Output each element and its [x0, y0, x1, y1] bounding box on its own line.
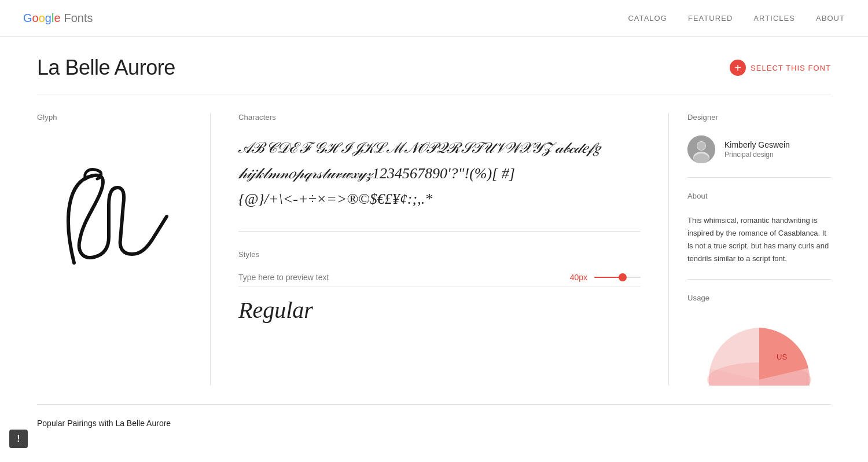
- chars-line3: {@}/+\<-+÷×=>®©$€£¥¢:;,.*: [238, 186, 641, 212]
- chars-line2: 𝒽𝒾𝒿𝓀𝓁𝓂𝓃𝑜𝓅𝓆𝓇𝓈𝓉𝓊𝓋𝓌𝓍𝓎𝓏1234567890'?"!(%)[ #]: [238, 161, 641, 186]
- nav-articles[interactable]: ARTICLES: [753, 12, 795, 25]
- svg-point-3: [697, 142, 705, 150]
- logo[interactable]: Google Fonts: [23, 12, 93, 25]
- designer-section: Designer Kimberly: [687, 113, 831, 163]
- designer-label: Designer: [687, 113, 831, 122]
- fonts-wordmark: Fonts: [64, 12, 93, 25]
- right-panel: Designer Kimberly: [669, 113, 831, 386]
- glyph-panel: Glyph: [37, 113, 211, 386]
- font-title: La Belle Aurore: [37, 56, 175, 80]
- characters-display: 𝒜ℬ𝒞𝒟ℰℱ𝒢ℋℐ𝒥𝒦ℒℳ𝒩𝒪𝒫𝒬ℛ𝒮𝒯𝒰𝒱𝒲𝒳𝒴𝒵 𝒶𝒷𝒸𝒹𝑒𝒻𝑔 𝒽𝒾𝒿𝓀𝓁…: [238, 135, 641, 212]
- plus-circle-icon: +: [730, 60, 746, 76]
- size-control: 40px: [570, 273, 641, 282]
- select-font-label: SELECT THIS FONT: [751, 64, 831, 72]
- chars-line1: 𝒜ℬ𝒞𝒟ℰℱ𝒢ℋℐ𝒥𝒦ℒℳ𝒩𝒪𝒫𝒬ℛ𝒮𝒯𝒰𝒱𝒲𝒳𝒴𝒵 𝒶𝒷𝒸𝒹𝑒𝒻𝑔: [238, 135, 641, 161]
- nav-featured[interactable]: FEATURED: [688, 12, 733, 25]
- avatar-svg: [687, 135, 715, 163]
- glyph-display: [37, 135, 192, 298]
- about-label: About: [687, 192, 831, 200]
- glyph-label: Glyph: [37, 113, 192, 122]
- about-section: About This whimsical, romantic handwriti…: [687, 177, 831, 265]
- svg-text:US: US: [777, 353, 787, 361]
- select-font-button[interactable]: + SELECT THIS FONT: [730, 60, 831, 76]
- divider-1: [238, 231, 641, 232]
- google-wordmark: Google: [23, 12, 61, 25]
- usage-pie-chart: US: [701, 316, 817, 386]
- feedback-button[interactable]: !: [9, 430, 28, 442]
- size-slider-track: [594, 277, 641, 278]
- preview-input[interactable]: [238, 273, 570, 282]
- designer-info: Kimberly Geswein Principal design: [687, 135, 831, 163]
- nav-about[interactable]: ABOUT: [816, 12, 845, 25]
- feedback-icon: !: [17, 434, 20, 442]
- content-layout: Glyph Characters 𝒜ℬ𝒞𝒟ℰℱ𝒢ℋℐ𝒥𝒦ℒℳ𝒩𝒪𝒫𝒬ℛ𝒮𝒯𝒰𝒱𝒲…: [37, 94, 831, 386]
- characters-section: Characters 𝒜ℬ𝒞𝒟ℰℱ𝒢ℋℐ𝒥𝒦ℒℳ𝒩𝒪𝒫𝒬ℛ𝒮𝒯𝒰𝒱𝒲𝒳𝒴𝒵 𝒶𝒷…: [238, 113, 641, 212]
- usage-label: Usage: [687, 294, 831, 302]
- designer-avatar: [687, 135, 715, 163]
- glyph-svg: [51, 159, 178, 274]
- preview-row: 40px: [238, 273, 641, 287]
- designer-details: Kimberly Geswein Principal design: [724, 140, 790, 159]
- styles-label: Styles: [238, 250, 641, 259]
- size-value: 40px: [570, 273, 587, 282]
- styles-section: Styles 40px Regular: [238, 250, 641, 324]
- main-nav: CATALOG FEATURED ARTICLES ABOUT: [628, 12, 845, 25]
- header: Google Fonts CATALOG FEATURED ARTICLES A…: [0, 0, 868, 37]
- pairings-label: Popular Pairings with La Belle Aurore: [37, 419, 831, 428]
- font-title-section: La Belle Aurore + SELECT THIS FONT: [37, 37, 831, 94]
- designer-name: Kimberly Geswein: [724, 140, 790, 149]
- style-regular-preview: Regular: [238, 296, 641, 324]
- size-slider-thumb[interactable]: [619, 273, 627, 281]
- pairings-section: Popular Pairings with La Belle Aurore: [37, 404, 831, 442]
- usage-chart: US: [687, 316, 831, 386]
- nav-catalog[interactable]: CATALOG: [628, 12, 667, 25]
- characters-label: Characters: [238, 113, 641, 122]
- main-content: La Belle Aurore + SELECT THIS FONT Glyph: [0, 37, 868, 442]
- about-text: This whimsical, romantic handwriting is …: [687, 214, 831, 265]
- usage-section: Usage US: [687, 279, 831, 386]
- size-slider-fill: [594, 277, 620, 278]
- designer-role: Principal design: [724, 151, 790, 159]
- characters-panel: Characters 𝒜ℬ𝒞𝒟ℰℱ𝒢ℋℐ𝒥𝒦ℒℳ𝒩𝒪𝒫𝒬ℛ𝒮𝒯𝒰𝒱𝒲𝒳𝒴𝒵 𝒶𝒷…: [211, 113, 669, 386]
